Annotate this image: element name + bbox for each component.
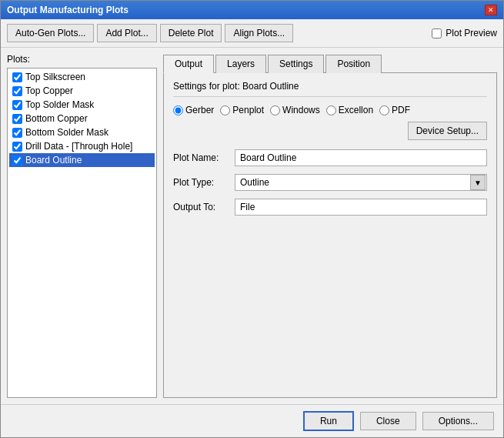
- list-item[interactable]: Top Solder Mask: [9, 98, 155, 112]
- output-to-label: Output To:: [173, 202, 235, 212]
- format-row: Gerber Penplot Windows Excellon: [173, 105, 487, 140]
- radio-penplot-input[interactable]: [220, 105, 230, 115]
- radio-penplot[interactable]: Penplot: [220, 105, 264, 115]
- tab-settings[interactable]: Settings: [268, 55, 324, 73]
- plots-label: Plots:: [7, 54, 157, 65]
- plot-item-checkbox[interactable]: [12, 155, 22, 166]
- radio-windows[interactable]: Windows: [270, 105, 320, 115]
- plot-item-checkbox[interactable]: [12, 100, 22, 110]
- plot-item-checkbox[interactable]: [12, 142, 22, 152]
- list-item[interactable]: Top Silkscreen: [9, 70, 155, 84]
- radio-gerber-input[interactable]: [173, 105, 183, 115]
- main-window: Output Manufacturing Plots ✕ Auto-Gen Pl…: [0, 0, 504, 438]
- plot-item-label: Board Outline: [25, 155, 82, 166]
- run-button[interactable]: Run: [303, 411, 354, 431]
- radio-windows-input[interactable]: [270, 105, 280, 115]
- settings-for-label: Settings for plot: Board Outline: [173, 81, 487, 97]
- plot-type-label: Plot Type:: [173, 177, 235, 188]
- window-title: Output Manufacturing Plots: [7, 5, 129, 15]
- plots-list[interactable]: Top Silkscreen Top Copper Top Solder Mas…: [7, 68, 157, 398]
- device-setup-button[interactable]: Device Setup...: [408, 122, 487, 140]
- output-to-row: Output To:: [173, 199, 487, 216]
- radio-excellon[interactable]: Excellon: [326, 105, 373, 115]
- plot-name-input[interactable]: [235, 149, 487, 166]
- tab-layers[interactable]: Layers: [215, 55, 266, 73]
- close-window-button[interactable]: ✕: [485, 5, 497, 15]
- output-to-input[interactable]: [235, 199, 487, 216]
- plot-name-row: Plot Name:: [173, 149, 487, 166]
- radio-pdf-input[interactable]: [379, 105, 389, 115]
- plots-panel: Plots: Top Silkscreen Top Copper Top Sol…: [7, 54, 157, 398]
- plot-item-label: Bottom Solder Mask: [25, 127, 108, 138]
- radio-excellon-label: Excellon: [339, 105, 373, 115]
- radio-excellon-input[interactable]: [326, 105, 336, 115]
- main-content: Plots: Top Silkscreen Top Copper Top Sol…: [1, 48, 503, 404]
- radio-gerber[interactable]: Gerber: [173, 105, 214, 115]
- plot-item-label: Bottom Copper: [25, 113, 88, 124]
- auto-gen-plots-button[interactable]: Auto-Gen Plots...: [7, 24, 94, 42]
- plot-preview-label[interactable]: Plot Preview: [446, 28, 497, 38]
- tab-position[interactable]: Position: [325, 55, 382, 73]
- radio-gerber-label: Gerber: [185, 105, 214, 115]
- add-plot-button[interactable]: Add Plot...: [97, 24, 156, 42]
- align-plots-button[interactable]: Align Plots...: [225, 24, 293, 42]
- plot-item-checkbox[interactable]: [12, 114, 22, 124]
- plot-item-checkbox[interactable]: [12, 72, 22, 82]
- title-bar-buttons: ✕: [485, 5, 497, 15]
- plot-type-select-wrapper: Outline ▼: [235, 174, 487, 191]
- list-item[interactable]: Drill Data - [Through Hole]: [9, 139, 155, 153]
- plot-item-checkbox[interactable]: [12, 128, 22, 138]
- radio-windows-label: Windows: [282, 105, 320, 115]
- delete-plot-button[interactable]: Delete Plot: [160, 24, 222, 42]
- plot-preview-checkbox[interactable]: [432, 28, 442, 38]
- plot-type-select[interactable]: Outline: [235, 174, 487, 191]
- plot-item-checkbox[interactable]: [12, 86, 22, 96]
- plot-preview-area: Plot Preview: [432, 28, 497, 38]
- title-bar: Output Manufacturing Plots ✕: [1, 1, 503, 19]
- radio-pdf-label: PDF: [392, 105, 410, 115]
- plot-item-label: Drill Data - [Through Hole]: [25, 141, 132, 152]
- list-item[interactable]: Top Copper: [9, 84, 155, 98]
- list-item-selected[interactable]: Board Outline: [9, 153, 155, 167]
- toolbar: Auto-Gen Plots... Add Plot... Delete Plo…: [1, 19, 503, 48]
- options-button[interactable]: Options...: [422, 412, 494, 430]
- tabs: Output Layers Settings Position: [163, 54, 497, 73]
- tab-output[interactable]: Output: [163, 55, 214, 73]
- bottom-bar: Run Close Options...: [1, 404, 503, 437]
- plot-name-label: Plot Name:: [173, 152, 235, 163]
- close-button[interactable]: Close: [360, 412, 416, 430]
- right-panel: Output Layers Settings Position Settings…: [163, 54, 497, 398]
- plot-type-row: Plot Type: Outline ▼: [173, 174, 487, 191]
- radio-pdf[interactable]: PDF: [379, 105, 410, 115]
- list-item[interactable]: Bottom Copper: [9, 112, 155, 125]
- radio-penplot-label: Penplot: [232, 105, 264, 115]
- plot-item-label: Top Copper: [25, 85, 73, 96]
- plot-item-label: Top Silkscreen: [25, 72, 85, 82]
- tab-content-output: Settings for plot: Board Outline Gerber …: [163, 73, 497, 398]
- list-item[interactable]: Bottom Solder Mask: [9, 125, 155, 139]
- plot-item-label: Top Solder Mask: [25, 99, 94, 110]
